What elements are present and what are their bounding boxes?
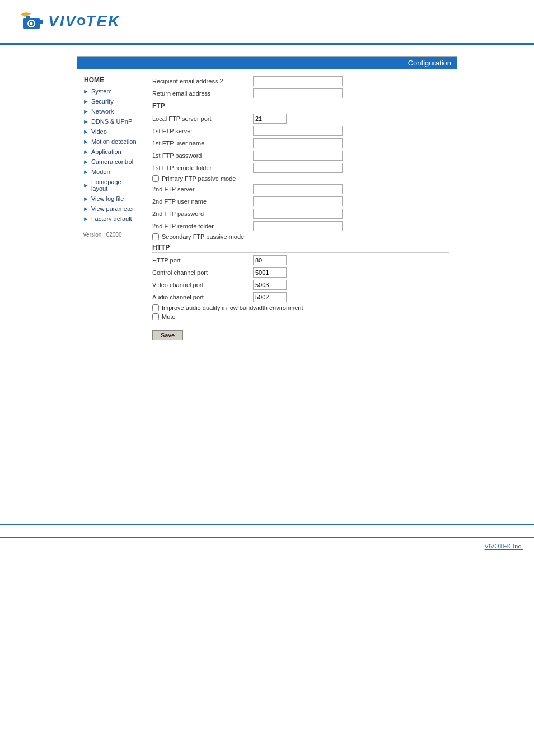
control-channel-port-row: Control channel port	[152, 267, 449, 278]
improve-audio-label: Improve audio quality in low bandwidth e…	[162, 304, 303, 311]
footer-link[interactable]: VIVOTEK Inc.	[485, 543, 523, 550]
ftp-user-2-input[interactable]	[253, 196, 343, 206]
ftp-folder-2-input[interactable]	[253, 221, 343, 231]
secondary-ftp-passive-checkbox[interactable]	[152, 233, 159, 240]
footer-space	[0, 356, 534, 524]
ftp-server-2-input[interactable]	[253, 184, 343, 194]
form-area: Recipient email address 2 Return email a…	[144, 69, 457, 345]
mute-checkbox[interactable]	[152, 313, 159, 320]
config-bar: Configuration	[77, 57, 457, 69]
ftp-user-1-label: 1st FTP user name	[152, 140, 253, 147]
ftp-pass-1-input[interactable]	[253, 151, 343, 161]
sidebar-label-system: System	[91, 88, 112, 95]
sidebar: HOME ► System ► Security ► Network ► DDN…	[77, 69, 144, 345]
sidebar-label-application: Application	[91, 148, 121, 155]
local-ftp-port-input[interactable]	[253, 114, 287, 124]
sidebar-home[interactable]: HOME	[79, 74, 142, 86]
sidebar-item-system[interactable]: ► System	[79, 86, 142, 96]
video-channel-port-label: Video channel port	[152, 281, 253, 288]
recipient-email-2-input[interactable]	[253, 76, 343, 86]
improve-audio-row: Improve audio quality in low bandwidth e…	[152, 304, 449, 311]
control-channel-port-input[interactable]	[253, 267, 287, 278]
bottom-divider	[0, 524, 534, 525]
arrow-icon-motion: ►	[83, 138, 89, 145]
sidebar-item-network[interactable]: ► Network	[79, 106, 142, 116]
ftp-folder-1-label: 1st FTP remote folder	[152, 165, 253, 171]
ftp-folder-1-row: 1st FTP remote folder	[152, 163, 449, 173]
sidebar-item-application[interactable]: ► Application	[79, 147, 142, 157]
arrow-icon-log: ►	[83, 195, 89, 202]
ftp-server-1-label: 1st FTP server	[152, 128, 253, 134]
audio-channel-port-label: Audio channel port	[152, 294, 253, 300]
http-port-row: HTTP port	[152, 255, 449, 265]
arrow-icon-system: ►	[83, 88, 89, 95]
recipient-email-2-label: Recipient email address 2	[152, 78, 253, 84]
sidebar-item-view-param[interactable]: ► View parameter	[79, 204, 142, 214]
ftp-section-header: FTP	[152, 102, 449, 111]
arrow-icon-security: ►	[83, 98, 89, 105]
sidebar-item-modem[interactable]: ► Modem	[79, 167, 142, 177]
http-section-header: HTTP	[152, 243, 449, 253]
sidebar-label-ddns: DDNS & UPnP	[91, 118, 132, 125]
sidebar-label-motion: Motion detection	[91, 138, 137, 145]
sidebar-label-modem: Modem	[91, 168, 112, 175]
arrow-icon-param: ►	[83, 205, 89, 212]
return-email-input[interactable]	[253, 88, 343, 98]
arrow-icon-video: ►	[83, 128, 89, 135]
ftp-pass-2-input[interactable]	[253, 209, 343, 219]
sidebar-item-ddns-upnp[interactable]: ► DDNS & UPnP	[79, 116, 142, 126]
arrow-icon-factory: ►	[83, 215, 89, 222]
sidebar-label-camera: Camera control	[91, 158, 133, 165]
return-email-row: Return email address	[152, 88, 449, 98]
sidebar-label-factory: Factory default	[91, 215, 132, 222]
ftp-server-2-label: 2nd FTP server	[152, 186, 253, 192]
sidebar-item-motion-detection[interactable]: ► Motion detection	[79, 137, 142, 147]
ftp-folder-2-row: 2nd FTP remote folder	[152, 221, 449, 231]
arrow-icon-ddns: ►	[83, 118, 89, 125]
http-port-input[interactable]	[253, 255, 287, 265]
secondary-ftp-passive-row: Secondary FTP passive mode	[152, 233, 449, 240]
primary-ftp-passive-label: Primary FTP passive mode	[162, 175, 236, 182]
arrow-icon-homepage: ►	[83, 182, 89, 189]
audio-channel-port-input[interactable]	[253, 292, 287, 302]
ftp-server-1-input[interactable]	[253, 126, 343, 136]
primary-ftp-passive-row: Primary FTP passive mode	[152, 175, 449, 182]
arrow-icon-application: ►	[83, 148, 89, 155]
http-port-label: HTTP port	[152, 257, 253, 264]
sidebar-item-security[interactable]: ► Security	[79, 96, 142, 106]
sidebar-item-homepage-layout[interactable]: ► Homepage layout	[79, 177, 142, 194]
video-channel-port-row: Video channel port	[152, 280, 449, 290]
ftp-pass-1-label: 1st FTP password	[152, 152, 253, 159]
arrow-icon-network: ►	[83, 108, 89, 115]
arrow-icon-modem: ►	[83, 168, 89, 175]
footer: VIVOTEK Inc.	[0, 537, 534, 555]
primary-ftp-passive-checkbox[interactable]	[152, 175, 159, 182]
local-ftp-port-label: Local FTP server port	[152, 115, 253, 122]
audio-channel-port-row: Audio channel port	[152, 292, 449, 302]
ftp-user-1-input[interactable]	[253, 138, 343, 148]
panel-body: HOME ► System ► Security ► Network ► DDN…	[77, 69, 457, 345]
ftp-pass-1-row: 1st FTP password	[152, 151, 449, 161]
improve-audio-checkbox[interactable]	[152, 304, 159, 311]
sidebar-item-video[interactable]: ► Video	[79, 126, 142, 137]
ftp-user-2-label: 2nd FTP user name	[152, 198, 253, 205]
sidebar-item-camera-control[interactable]: ► Camera control	[79, 157, 142, 167]
ftp-folder-2-label: 2nd FTP remote folder	[152, 223, 253, 229]
control-channel-port-label: Control channel port	[152, 269, 253, 276]
ftp-folder-1-input[interactable]	[253, 163, 343, 173]
local-ftp-port-row: Local FTP server port	[152, 114, 449, 124]
sidebar-item-factory-default[interactable]: ► Factory default	[79, 214, 142, 224]
mute-row: Mute	[152, 313, 449, 320]
save-button[interactable]: Save	[152, 330, 183, 340]
config-bar-label: Configuration	[408, 59, 451, 67]
ftp-user-2-row: 2nd FTP user name	[152, 196, 449, 206]
vivotek-logo-icon	[20, 10, 48, 32]
ftp-server-1-row: 1st FTP server	[152, 126, 449, 136]
ftp-pass-2-row: 2nd FTP password	[152, 209, 449, 219]
sidebar-label-video: Video	[91, 128, 107, 135]
ftp-user-1-row: 1st FTP user name	[152, 138, 449, 148]
sidebar-item-view-log[interactable]: ► View log file	[79, 194, 142, 204]
sidebar-label-security: Security	[91, 98, 114, 105]
page-content: Configuration HOME ► System ► Security ►…	[0, 45, 534, 356]
video-channel-port-input[interactable]	[253, 280, 287, 290]
